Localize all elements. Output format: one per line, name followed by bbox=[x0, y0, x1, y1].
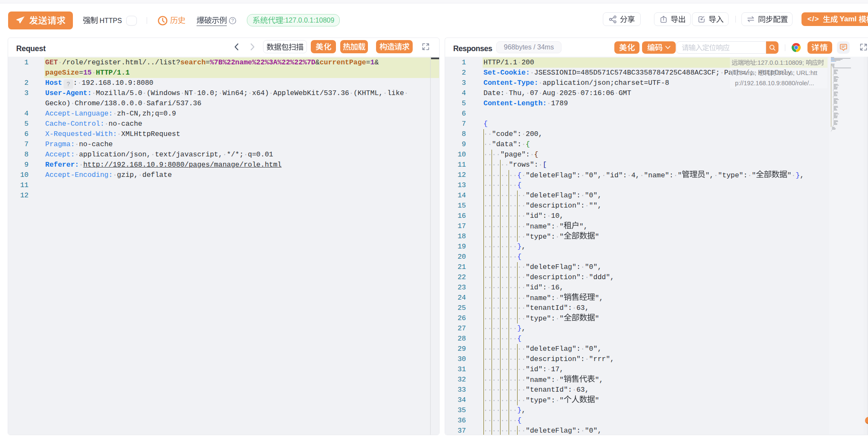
svg-text:?: ? bbox=[231, 18, 234, 23]
